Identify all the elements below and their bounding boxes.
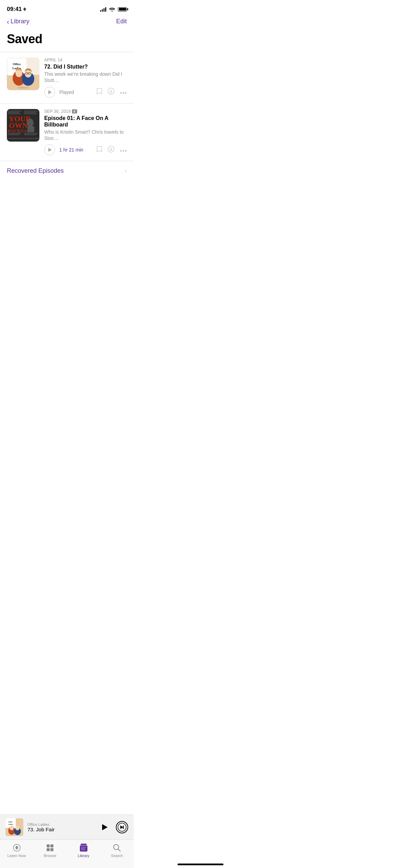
- recovered-chevron-icon: ›: [125, 167, 127, 174]
- episode-duration: 1 hr 21 min: [59, 147, 93, 153]
- episode-action-icons: [97, 88, 127, 96]
- bookmark-icon[interactable]: [97, 88, 102, 96]
- episode-info-2: SEP 30, 2019 E Episode 01: A Face On A B…: [44, 109, 127, 156]
- svg-rect-21: [8, 112, 20, 113]
- signal-icon: [100, 7, 106, 12]
- episode-date: APRIL 14: [44, 58, 127, 62]
- episode-info: APRIL 14 72. Did I Stutter? This week we…: [44, 58, 127, 98]
- time-display: 09:41: [7, 6, 22, 13]
- play-button-2[interactable]: [44, 144, 55, 155]
- svg-rect-20: [8, 111, 21, 111]
- svg-point-15: [120, 92, 122, 94]
- more-icon[interactable]: [120, 88, 127, 96]
- back-button[interactable]: ‹ Library: [7, 18, 29, 25]
- page-title: Saved: [0, 29, 134, 52]
- download-icon[interactable]: [108, 88, 114, 96]
- play-button[interactable]: [44, 87, 55, 98]
- svg-point-37: [120, 150, 122, 152]
- episode-title: 72. Did I Stutter?: [44, 63, 127, 70]
- download-icon-2[interactable]: [108, 146, 114, 154]
- episode-title-2: Episode 01: A Face On A Billboard: [44, 115, 127, 128]
- svg-text:Office: Office: [13, 62, 21, 66]
- episode-date-2: SEP 30, 2019 E: [44, 109, 127, 114]
- play-icon: [48, 90, 52, 94]
- svg-point-38: [123, 150, 124, 152]
- back-label: Library: [11, 18, 29, 25]
- download-svg: [108, 88, 114, 95]
- episode-artwork-2[interactable]: YOUR OWN BACKYARD THE DISAPPEARANCE OF K…: [7, 109, 39, 142]
- episode-status: Played: [59, 89, 93, 95]
- svg-rect-27: [8, 134, 20, 135]
- svg-rect-25: [24, 113, 37, 114]
- date-text: SEP 30, 2019: [44, 109, 71, 114]
- svg-rect-29: [24, 134, 36, 135]
- your-own-backyard-artwork: YOUR OWN BACKYARD THE DISAPPEARANCE OF K…: [7, 109, 39, 142]
- svg-rect-22: [8, 113, 21, 114]
- episode-item: Office Ladies EARWOLF: [0, 52, 134, 103]
- recovered-episodes-label: Recovered Episodes: [7, 167, 64, 174]
- svg-text:EARWOLF: EARWOLF: [18, 87, 28, 89]
- episode-item: YOUR OWN BACKYARD THE DISAPPEARANCE OF K…: [0, 104, 134, 161]
- svg-rect-34: [27, 126, 34, 132]
- episode-controls: Played: [44, 87, 127, 98]
- episode-artwork[interactable]: Office Ladies EARWOLF: [7, 58, 39, 90]
- download-svg-2: [108, 146, 114, 153]
- episode-action-icons-2: [97, 146, 127, 154]
- svg-point-17: [125, 92, 127, 94]
- svg-text:THE DISAPPEARANCE OF KRISTIN S: THE DISAPPEARANCE OF KRISTIN SMART: [7, 137, 39, 140]
- wifi-icon: [109, 7, 115, 12]
- svg-rect-23: [24, 111, 38, 111]
- more-svg: [120, 92, 127, 94]
- episode-description: This week we're breaking down Did I Stut…: [44, 71, 127, 83]
- explicit-badge: E: [72, 109, 77, 113]
- office-ladies-artwork: Office Ladies EARWOLF: [7, 58, 39, 90]
- play-icon-2: [48, 148, 52, 152]
- location-icon: [23, 7, 26, 11]
- status-bar: 09:41: [0, 0, 134, 16]
- more-svg-2: [120, 150, 127, 152]
- nav-bar: ‹ Library Edit: [0, 16, 134, 29]
- episode-controls-2: 1 hr 21 min: [44, 144, 127, 155]
- bookmark-svg-2: [97, 146, 102, 153]
- svg-rect-24: [24, 112, 36, 113]
- svg-point-33: [27, 119, 34, 127]
- episode-description-2: Who is Kristin Smart? Chris travels to S…: [44, 129, 127, 141]
- bookmark-svg: [97, 88, 102, 95]
- svg-point-39: [125, 150, 127, 152]
- edit-button[interactable]: Edit: [116, 18, 127, 25]
- status-time: 09:41: [7, 6, 26, 13]
- svg-point-16: [123, 92, 124, 94]
- battery-icon: [118, 7, 127, 12]
- bookmark-icon-2[interactable]: [97, 146, 102, 154]
- status-icons: [100, 7, 127, 12]
- recovered-episodes-row[interactable]: Recovered Episodes ›: [0, 161, 134, 181]
- more-icon-2[interactable]: [120, 146, 127, 154]
- back-chevron-icon: ‹: [7, 18, 9, 25]
